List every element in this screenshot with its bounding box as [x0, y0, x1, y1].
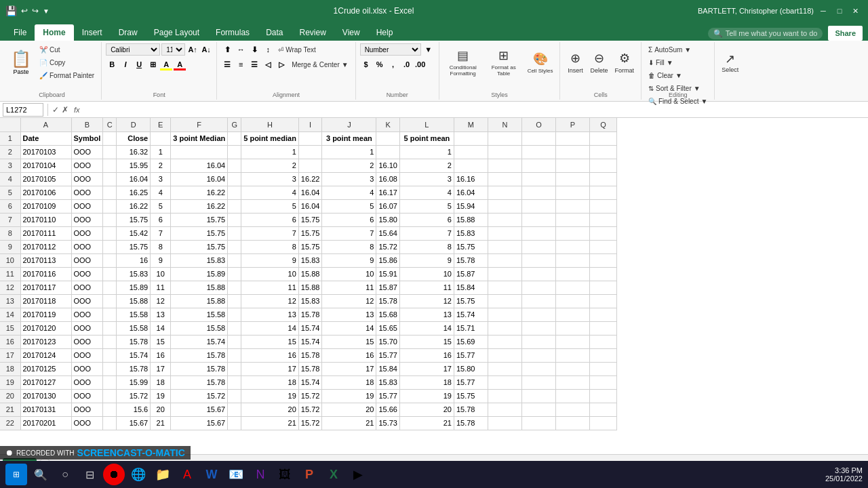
- clear-dropdown[interactable]: ▼: [675, 72, 682, 79]
- fill-button[interactable]: ⬇ Fill ▼: [646, 56, 676, 68]
- cell-h1[interactable]: 5 point median: [241, 131, 299, 145]
- cell-14-14[interactable]: [488, 308, 521, 321]
- cell-4-1[interactable]: 20170105: [20, 172, 71, 186]
- cell-5-3[interactable]: [103, 186, 117, 199]
- align-center-button[interactable]: ≡: [235, 58, 247, 70]
- number-format-select[interactable]: Number: [360, 43, 421, 56]
- cell-g1[interactable]: [228, 131, 241, 145]
- fill-color-button[interactable]: A: [160, 58, 172, 70]
- cell-3-8[interactable]: 2: [241, 159, 299, 172]
- cell-15-13[interactable]: 15.71: [454, 321, 488, 335]
- cell-2-9[interactable]: [298, 145, 322, 159]
- cell-10-5[interactable]: 9: [151, 253, 171, 267]
- cell-21-11[interactable]: 15.66: [376, 403, 400, 416]
- clear-button[interactable]: 🗑 Clear ▼: [646, 69, 685, 81]
- cell-4-5[interactable]: 3: [151, 172, 171, 186]
- taskbar-outlook[interactable]: 📧: [225, 464, 247, 485]
- cell-16-16[interactable]: [555, 335, 589, 348]
- merge-center-button[interactable]: Merge & Center ▼: [289, 60, 351, 69]
- cell-18-9[interactable]: 15.78: [298, 362, 322, 375]
- cell-e1[interactable]: [151, 131, 171, 145]
- cell-3-1[interactable]: 20170104: [20, 159, 71, 172]
- italic-button[interactable]: I: [119, 58, 132, 70]
- cell-20-17[interactable]: [589, 389, 616, 403]
- cell-18-4[interactable]: 15.78: [117, 362, 151, 375]
- cell-5-1[interactable]: 20170106: [20, 186, 71, 199]
- cell-6-6[interactable]: 16.22: [171, 199, 228, 213]
- cell-15-5[interactable]: 14: [151, 321, 171, 335]
- taskbar-excel[interactable]: X: [323, 464, 344, 485]
- cell-7-9[interactable]: 15.75: [298, 213, 322, 226]
- cell-16-4[interactable]: 15.78: [117, 335, 151, 348]
- cell-6-7[interactable]: [228, 199, 241, 213]
- cell-3-15[interactable]: [521, 159, 555, 172]
- cell-6-11[interactable]: 16.07: [376, 199, 400, 213]
- cell-4-7[interactable]: [228, 172, 241, 186]
- cell-3-6[interactable]: 16.04: [171, 159, 228, 172]
- cell-10-2[interactable]: OOO: [71, 253, 103, 267]
- cell-21-17[interactable]: [589, 403, 616, 416]
- taskbar-onenote[interactable]: N: [250, 464, 271, 485]
- cell-7-2[interactable]: OOO: [71, 213, 103, 226]
- cell-7-3[interactable]: [103, 213, 117, 226]
- cell-16-9[interactable]: 15.74: [298, 335, 322, 348]
- align-top-button[interactable]: ⬆: [221, 43, 233, 56]
- undo-icon[interactable]: ↩: [21, 6, 28, 16]
- cell-3-7[interactable]: [228, 159, 241, 172]
- cell-2-15[interactable]: [521, 145, 555, 159]
- cell-8-12[interactable]: 7: [399, 226, 454, 240]
- cell-22-3[interactable]: [103, 416, 117, 430]
- cell-3-13[interactable]: [454, 159, 488, 172]
- cell-9-7[interactable]: [228, 240, 241, 253]
- cell-15-15[interactable]: [521, 321, 555, 335]
- cell-11-5[interactable]: 10: [151, 267, 171, 281]
- grid-container[interactable]: A B C D E F G H I J K L M N O P Q: [0, 118, 868, 454]
- cell-11-10[interactable]: 10: [322, 267, 376, 281]
- minimize-button[interactable]: ─: [816, 4, 830, 18]
- cell-17-4[interactable]: 15.74: [117, 348, 151, 362]
- cell-15-8[interactable]: 14: [241, 321, 299, 335]
- cell-6-1[interactable]: 20170109: [20, 199, 71, 213]
- cell-18-6[interactable]: 15.78: [171, 362, 228, 375]
- cell-9-15[interactable]: [521, 240, 555, 253]
- cell-17-11[interactable]: 15.77: [376, 348, 400, 362]
- cell-18-17[interactable]: [589, 362, 616, 375]
- cell-c1[interactable]: [103, 131, 117, 145]
- cell-14-3[interactable]: [103, 308, 117, 321]
- cell-13-15[interactable]: [521, 294, 555, 308]
- taskbar-powerpoint[interactable]: P: [298, 464, 320, 485]
- cell-8-14[interactable]: [488, 226, 521, 240]
- col-header-p[interactable]: P: [555, 118, 589, 131]
- formula-input[interactable]: [85, 106, 865, 114]
- cell-5-4[interactable]: 16.25: [117, 186, 151, 199]
- cell-2-11[interactable]: [376, 145, 400, 159]
- cell-5-17[interactable]: [589, 186, 616, 199]
- cell-6-15[interactable]: [521, 199, 555, 213]
- cell-reference-input[interactable]: [3, 103, 43, 117]
- cell-16-3[interactable]: [103, 335, 117, 348]
- tab-file[interactable]: File: [5, 24, 35, 41]
- cell-19-9[interactable]: 15.74: [298, 375, 322, 389]
- cell-17-14[interactable]: [488, 348, 521, 362]
- cell-5-12[interactable]: 4: [399, 186, 454, 199]
- cell-21-16[interactable]: [555, 403, 589, 416]
- cell-18-13[interactable]: 15.80: [454, 362, 488, 375]
- cell-12-16[interactable]: [555, 281, 589, 294]
- cell-18-11[interactable]: 15.84: [376, 362, 400, 375]
- cell-22-17[interactable]: [589, 416, 616, 430]
- cell-20-15[interactable]: [521, 389, 555, 403]
- border-button[interactable]: ⊞: [146, 58, 159, 70]
- cell-2-4[interactable]: 16.32: [117, 145, 151, 159]
- cell-5-7[interactable]: [228, 186, 241, 199]
- cancel-button-formula[interactable]: ✗: [62, 105, 68, 115]
- cell-12-12[interactable]: 11: [399, 281, 454, 294]
- cell-12-1[interactable]: 20170117: [20, 281, 71, 294]
- cell-22-6[interactable]: 15.67: [171, 416, 228, 430]
- cell-13-3[interactable]: [103, 294, 117, 308]
- cell-20-9[interactable]: 15.72: [298, 389, 322, 403]
- cell-9-16[interactable]: [555, 240, 589, 253]
- taskbar-cortana[interactable]: ○: [54, 464, 76, 485]
- cell-20-10[interactable]: 19: [322, 389, 376, 403]
- cell-2-12[interactable]: 1: [399, 145, 454, 159]
- cell-19-5[interactable]: 18: [151, 375, 171, 389]
